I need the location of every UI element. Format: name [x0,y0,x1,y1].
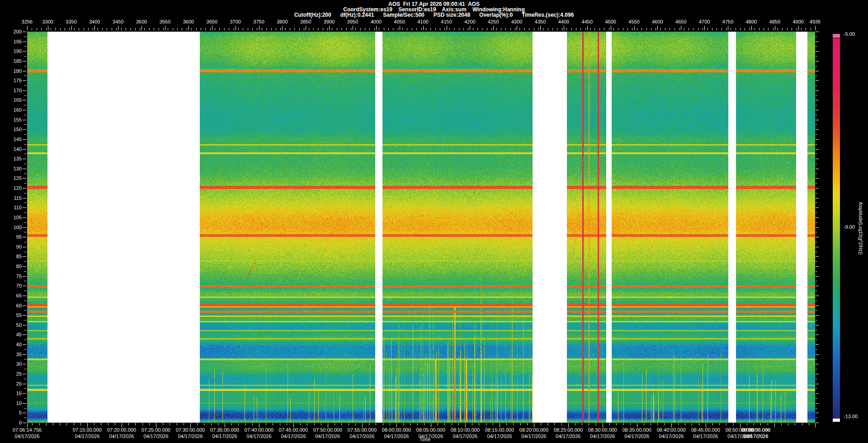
colorbar-max-label: -5.00 [844,31,855,37]
spectrogram-canvas[interactable] [0,0,868,443]
spectrogram-figure: AOS Fri 17 Apr 2026 09:00:41 AOS CoordSy… [0,0,868,443]
time-axis-title: Time [420,437,430,442]
colorbar-axis-title: Amplitude(Log10(g^2/Hz)) [858,202,863,254]
colorbar-min-label: -13.00 [844,414,858,419]
colorbar-mid-label: -9.00 [844,224,855,230]
